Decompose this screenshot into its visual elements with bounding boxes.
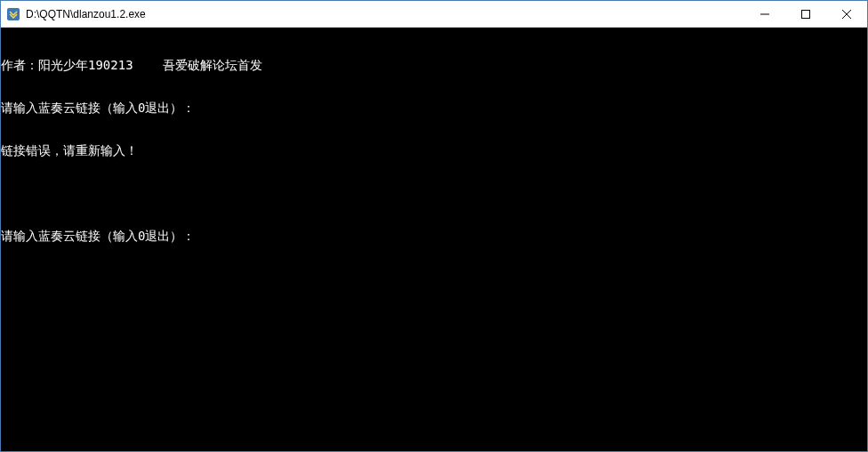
console-line: 作者：阳光少年190213 吾爱破解论坛首发 — [1, 58, 867, 72]
console-line: 请输入蓝奏云链接（输入0退出）： — [1, 101, 867, 115]
app-icon — [6, 7, 20, 21]
console-area[interactable]: 作者：阳光少年190213 吾爱破解论坛首发 请输入蓝奏云链接（输入0退出）： … — [1, 28, 867, 451]
close-button[interactable] — [826, 1, 867, 27]
svg-rect-2 — [802, 10, 810, 18]
window-title: D:\QQTN\dlanzou1.2.exe — [26, 8, 744, 20]
window-controls — [744, 1, 867, 27]
maximize-button[interactable] — [785, 1, 826, 27]
console-line — [1, 186, 867, 200]
application-window: D:\QQTN\dlanzou1.2.exe 作者：阳光少年190213 吾爱破… — [0, 0, 868, 452]
titlebar[interactable]: D:\QQTN\dlanzou1.2.exe — [1, 1, 867, 28]
console-line: 链接错误，请重新输入！ — [1, 143, 867, 157]
console-prompt-line: 请输入蓝奏云链接（输入0退出）： — [1, 229, 867, 243]
minimize-button[interactable] — [744, 1, 785, 27]
